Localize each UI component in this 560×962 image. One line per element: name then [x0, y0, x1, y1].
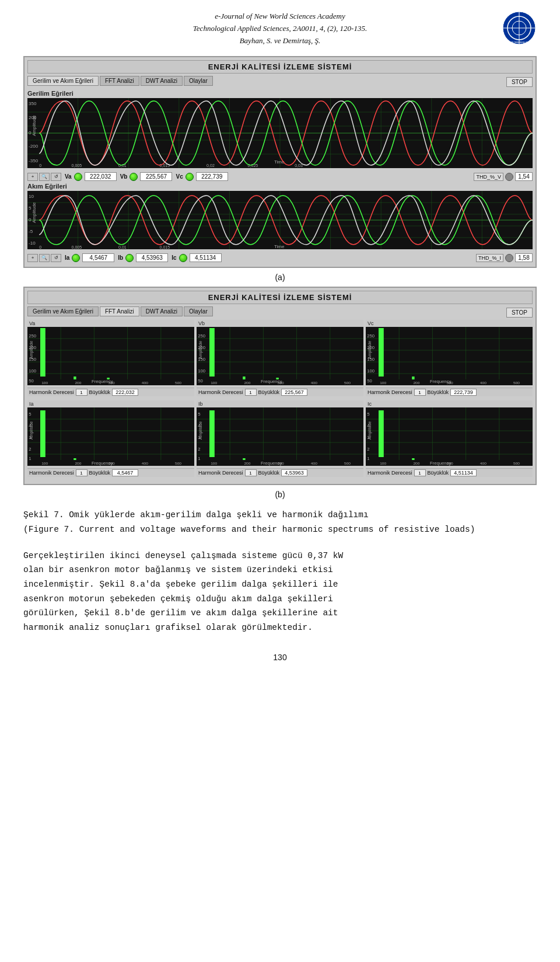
figure-b-tabs: Gerilim ve Akım Eğrileri FFT Analizi DWT… — [27, 306, 213, 316]
svg-text:400: 400 — [142, 381, 149, 385]
ic-fft-values: Harmonik Derecesi Büyüklük 4,51134 — [366, 468, 533, 477]
figure-b-tabs-row: Gerilim ve Akım Eğrileri FFT Analizi DWT… — [27, 306, 533, 319]
tab-b-dwt[interactable]: DWT Analizi — [141, 306, 183, 316]
caption-a: (a) — [0, 273, 560, 282]
zoom-out-btn[interactable]: 🔍 — [39, 173, 50, 181]
ib-buyukluk-label: Büyüklük — [258, 470, 280, 476]
vb-harmonik-label: Harmonik Derecesi — [198, 389, 243, 395]
vb-value: 225,567 — [140, 172, 172, 181]
svg-text:2: 2 — [367, 447, 369, 452]
va-fft-values: Harmonik Derecesi Büyüklük 222,032 — [27, 388, 194, 396]
zoom-in-btn[interactable]: + — [27, 173, 38, 181]
ib-harmonik-label: Harmonik Derecesi — [198, 470, 243, 476]
current-reset-btn[interactable]: ↺ — [51, 254, 61, 262]
svg-text:0,025: 0,025 — [248, 163, 258, 168]
voltage-wave-chart: 350 200 0 -200 -350 0 0,005 0,01 0,015 0… — [27, 98, 533, 168]
tab-b-gerilim[interactable]: Gerilim ve Akım Eğrileri — [27, 306, 99, 316]
svg-rect-132 — [27, 407, 194, 466]
thd-v-group: THD_%_V 1,54 — [474, 172, 533, 181]
page-number: 130 — [0, 653, 560, 662]
svg-text:Amplitude: Amplitude — [197, 421, 202, 440]
tab-b-olaylar[interactable]: Olaylar — [184, 306, 213, 316]
svg-text:Frequency: Frequency — [261, 461, 282, 466]
svg-text:Amplitude: Amplitude — [28, 421, 33, 440]
current-zoom-out-btn[interactable]: 🔍 — [39, 254, 50, 262]
ia-fft-value: 4,5467 — [112, 469, 138, 476]
ib-led — [125, 254, 134, 262]
ia-value: 4,5467 — [82, 253, 114, 262]
svg-rect-84 — [107, 378, 109, 379]
tab-olaylar[interactable]: Olaylar — [184, 76, 213, 86]
ib-fft-value: 4,53963 — [281, 469, 307, 476]
va-value: 222,032 — [85, 172, 117, 181]
svg-text:1: 1 — [367, 456, 369, 462]
journal-info: e-Journal of New World Sciences Academy … — [58, 11, 502, 47]
current-ctrl-buttons: + 🔍 ↺ — [27, 254, 61, 262]
vb-group: Vb 225,567 — [120, 172, 173, 181]
svg-text:Amplitude: Amplitude — [32, 115, 37, 136]
svg-rect-85 — [197, 327, 363, 385]
vc-fft-value: 222,739 — [450, 389, 477, 396]
thd-v-value: 1,54 — [515, 172, 533, 181]
va-harmonik-input[interactable] — [76, 389, 88, 396]
vb-buyukluk-label: Büyüklük — [258, 389, 280, 395]
vb-fft-value: 225,567 — [281, 389, 307, 396]
figure-caption-en: (Figure 7. Current and voltage waveforms… — [23, 522, 537, 537]
ic-group: Ic 4,51134 — [172, 253, 221, 262]
svg-text:250: 250 — [367, 334, 374, 339]
svg-text:50: 50 — [198, 379, 203, 384]
journal-subtitle: Technological Applied Sciences, 2A0011, … — [58, 23, 502, 35]
svg-text:1: 1 — [198, 456, 200, 462]
figure-a-tabs-row: Gerilim ve Akım Eğrileri FFT Analizi DWT… — [27, 76, 533, 88]
va-harmonik-label: Harmonik Derecesi — [29, 389, 74, 395]
vb-led — [130, 173, 138, 181]
ib-harmonik-input[interactable] — [245, 469, 257, 476]
figure-a-title: ENERJİ KALİTESİ İZLEME SİSTEMİ — [27, 60, 533, 74]
current-zoom-in-btn[interactable]: + — [27, 254, 38, 262]
svg-text:0,03: 0,03 — [295, 163, 303, 168]
svg-text:0,005: 0,005 — [72, 245, 82, 249]
tab-gerilim-akim[interactable]: Gerilim ve Akım Eğrileri — [27, 76, 99, 86]
svg-text:400: 400 — [480, 381, 487, 385]
tab-dwt[interactable]: DWT Analizi — [141, 76, 183, 86]
svg-rect-154 — [74, 458, 76, 460]
ib-value: 4,53963 — [136, 253, 168, 262]
svg-text:200: 200 — [244, 381, 251, 385]
ic-harmonik-input[interactable] — [414, 469, 426, 476]
svg-text:250: 250 — [198, 334, 205, 339]
svg-rect-178 — [366, 407, 533, 466]
vc-fft-chart: 250 200 150 100 50 100 200 300 400 500 F… — [366, 327, 533, 385]
svg-text:100: 100 — [29, 369, 36, 374]
svg-text:Amplitude: Amplitude — [366, 421, 372, 440]
svg-text:500: 500 — [513, 462, 520, 466]
svg-text:50: 50 — [367, 379, 372, 384]
vb-fft-wrap: Vb 250 200 150 100 50 100 200 300 400 — [197, 320, 363, 396]
svg-rect-82 — [40, 328, 46, 377]
svg-rect-200 — [412, 458, 414, 460]
ic-harmonik-label: Harmonik Derecesi — [368, 470, 412, 476]
tab-fft[interactable]: FFT Analizi — [100, 76, 139, 86]
reset-btn[interactable]: ↺ — [51, 173, 61, 181]
svg-rect-155 — [197, 407, 363, 466]
ia-buyukluk-label: Büyüklük — [89, 470, 111, 476]
svg-text:5: 5 — [198, 412, 200, 417]
vb-fft-header: Vb — [197, 320, 363, 327]
figure-caption-en-text: (Figure 7. Current and voltage waveforms… — [23, 525, 373, 534]
ia-harmonik-input[interactable] — [76, 469, 88, 476]
svg-text:Frequency: Frequency — [92, 379, 113, 385]
ia-led — [72, 254, 80, 262]
tab-b-fft[interactable]: FFT Analizi — [100, 306, 139, 316]
vb-harmonik-input[interactable] — [245, 389, 257, 396]
vc-fft-values: Harmonik Derecesi Büyüklük 222,739 — [366, 388, 533, 396]
stop-button-a[interactable]: STOP — [506, 77, 533, 87]
vb-fft-chart: 250 200 150 100 50 100 200 300 400 500 F… — [197, 327, 363, 385]
ib-group: Ib 4,53963 — [118, 253, 168, 262]
svg-text:Amplitude: Amplitude — [197, 341, 202, 359]
va-led — [74, 173, 82, 181]
svg-rect-109 — [366, 327, 533, 385]
svg-text:0: 0 — [39, 245, 41, 249]
svg-text:250: 250 — [29, 334, 36, 339]
svg-text:500: 500 — [344, 462, 351, 466]
vc-harmonik-input[interactable] — [414, 389, 426, 396]
stop-button-b[interactable]: STOP — [506, 308, 533, 318]
